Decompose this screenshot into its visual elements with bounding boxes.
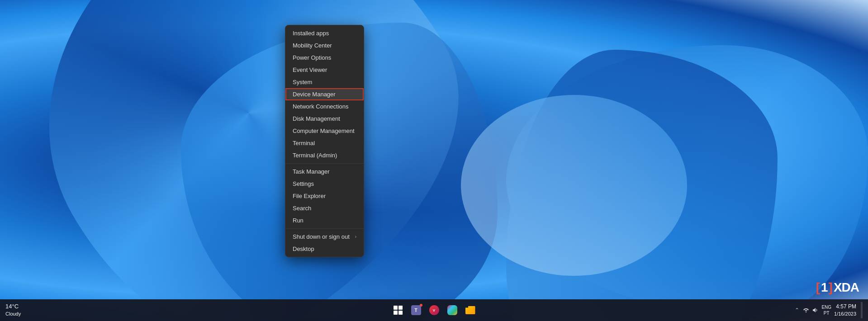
xda-bracket-right: ] <box>829 281 833 294</box>
start-button[interactable] <box>390 302 406 318</box>
system-tray: ⌃ <box>793 307 819 314</box>
slack-taskbar-icon[interactable] <box>444 302 460 318</box>
clock-date: 1/16/2023 <box>834 311 856 317</box>
menu-item-search[interactable]: Search <box>285 202 364 214</box>
network-icon[interactable] <box>802 307 810 314</box>
weather-widget[interactable]: 14°C Cloudy <box>5 303 24 317</box>
teams-taskbar-icon[interactable]: T <box>408 302 424 318</box>
menu-item-task-manager[interactable]: Task Manager <box>285 165 364 178</box>
chevron-right-icon: › <box>355 234 356 239</box>
menu-item-installed-apps[interactable]: Installed apps <box>285 27 364 39</box>
xda-logo: [ 1 ] XDA <box>816 281 859 294</box>
menu-item-settings[interactable]: Settings <box>285 178 364 190</box>
files-taskbar-icon[interactable] <box>462 302 479 318</box>
menu-item-disk-management[interactable]: Disk Management <box>285 113 364 125</box>
xda-text: 1 <box>821 281 828 294</box>
menu-item-terminal-admin[interactable]: Terminal (Admin) <box>285 149 364 161</box>
notification-dot <box>420 304 422 307</box>
windows-logo-icon <box>394 306 403 315</box>
taskbar-left: 14°C Cloudy <box>0 303 24 317</box>
clock-widget[interactable]: 4:57 PM 1/16/2023 <box>834 303 856 317</box>
taskbar-center: T V <box>390 302 479 318</box>
clock-time: 4:57 PM <box>836 303 856 311</box>
menu-item-event-viewer[interactable]: Event Viewer <box>285 64 364 76</box>
language-indicator[interactable]: ENG PT <box>821 304 831 316</box>
menu-item-mobility-center[interactable]: Mobility Center <box>285 39 364 52</box>
slack-icon <box>447 305 457 315</box>
svg-point-0 <box>806 312 806 313</box>
menu-item-shut-down[interactable]: Shut down or sign out › <box>285 231 364 243</box>
weather-temperature: 14°C <box>5 303 21 311</box>
weather-condition: Cloudy <box>5 311 21 317</box>
menu-item-terminal[interactable]: Terminal <box>285 137 364 149</box>
teams-icon: T <box>411 305 421 315</box>
taskbar-right: ⌃ ENG PT 4:57 PM 1/16/2023 <box>793 302 868 318</box>
menu-divider-1 <box>285 163 364 164</box>
chevron-up-icon[interactable]: ⌃ <box>793 307 801 314</box>
menu-divider-2 <box>285 228 364 229</box>
menu-item-file-explorer[interactable]: File Explorer <box>285 190 364 202</box>
menu-item-run[interactable]: Run <box>285 214 364 227</box>
menu-item-network-connections[interactable]: Network Connections <box>285 100 364 113</box>
taskbar: 14°C Cloudy T V ⌃ <box>0 299 868 321</box>
menu-item-computer-management[interactable]: Computer Management <box>285 125 364 137</box>
show-desktop-button[interactable] <box>861 302 863 318</box>
vivaldi-icon: V <box>429 305 439 315</box>
xda-logo-name: XDA <box>834 281 859 294</box>
xda-bracket-left: [ <box>816 281 820 294</box>
files-folder-icon <box>465 306 475 314</box>
language-region: PT <box>824 310 830 316</box>
swirl-decoration <box>0 0 868 321</box>
language-code: ENG <box>821 304 831 310</box>
menu-item-desktop[interactable]: Desktop <box>285 243 364 255</box>
menu-item-system[interactable]: System <box>285 76 364 88</box>
menu-item-power-options[interactable]: Power Options <box>285 52 364 64</box>
context-menu: Installed apps Mobility Center Power Opt… <box>285 25 364 257</box>
volume-icon[interactable] <box>811 307 819 314</box>
menu-item-device-manager[interactable]: Device Manager <box>285 88 364 100</box>
vivaldi-taskbar-icon[interactable]: V <box>426 302 442 318</box>
